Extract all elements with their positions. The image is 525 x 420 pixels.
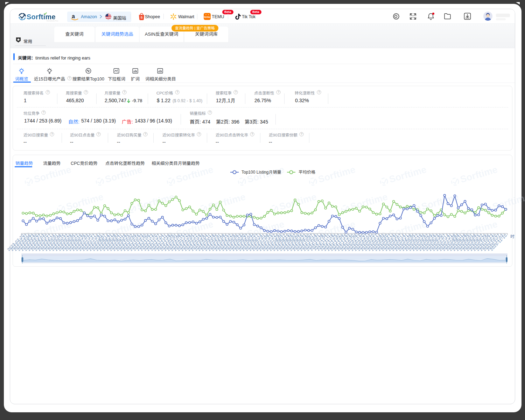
svg-text:?: ?: [198, 132, 200, 136]
svg-text:?: ?: [98, 132, 99, 136]
svg-text:?: ?: [318, 90, 320, 94]
svg-text:?: ?: [251, 132, 253, 136]
svg-text:temu: temu: [204, 15, 210, 19]
svg-text:?: ?: [301, 132, 302, 136]
svg-text:?: ?: [69, 76, 70, 80]
svg-text:?: ?: [85, 90, 87, 94]
svg-text:?: ?: [209, 111, 211, 114]
svg-text:?: ?: [176, 90, 178, 94]
svg-text:?: ?: [47, 90, 49, 94]
svg-text:?: ?: [124, 90, 125, 94]
svg-text:?: ?: [43, 111, 44, 114]
svg-text:?: ?: [278, 90, 279, 94]
svg-text:S: S: [140, 15, 142, 19]
svg-text:?: ?: [235, 90, 237, 94]
svg-text:?: ?: [51, 132, 53, 136]
svg-text:?: ?: [145, 132, 146, 136]
